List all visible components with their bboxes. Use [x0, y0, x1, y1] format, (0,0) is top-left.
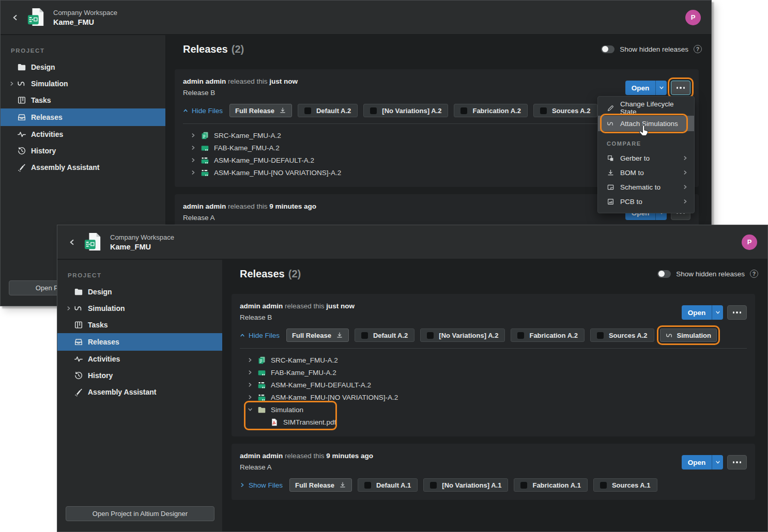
menu-item-pcb-to[interactable]: PCB to	[598, 194, 694, 209]
open-dropdown-button[interactable]	[655, 81, 667, 95]
open-dropdown-button[interactable]	[712, 455, 723, 470]
sidebar-item-history[interactable]: History	[1, 143, 165, 159]
variant-tag-no-variations[interactable]: [No Variations] A.2	[363, 104, 448, 117]
hide-files-link[interactable]: Hide Files	[240, 332, 280, 339]
variant-tag-no-variations[interactable]: [No Variations] A.2	[420, 328, 505, 342]
menu-item-attach-simulations[interactable]: Attach Simulations	[598, 116, 694, 131]
pulse-icon	[74, 354, 83, 364]
show-hidden-toggle[interactable]	[657, 270, 671, 278]
release-name: Release B	[240, 314, 355, 321]
variant-tag-fabrication[interactable]: Fabrication A.2	[511, 328, 584, 342]
sidebar-item-simulation[interactable]: Simulation	[57, 300, 222, 317]
show-files-link[interactable]: Show Files	[240, 481, 283, 489]
sidebar-item-activities[interactable]: Activities	[1, 126, 165, 143]
variant-tag-sources[interactable]: Sources A.2	[590, 328, 654, 342]
sidebar-section-label: PROJECT	[68, 272, 222, 278]
tree-row-asm-default[interactable]: ASM-Kame_FMU-DEFAULT-A.2	[240, 379, 747, 391]
inbox-tray-icon	[74, 337, 83, 347]
sidebar-item-assembly-assistant[interactable]: Assembly Assistant	[57, 384, 222, 400]
sidebar-item-history[interactable]: History	[57, 367, 222, 384]
more-actions-button[interactable]	[671, 81, 690, 95]
release-name: Release A	[240, 463, 373, 471]
menu-item-schematic-to[interactable]: Schematic to	[598, 180, 694, 194]
sidebar-item-design[interactable]: Design	[57, 284, 222, 300]
full-release-button[interactable]: Full Release	[286, 328, 349, 342]
variant-tag-default[interactable]: Default A.2	[355, 328, 414, 342]
pdf-file-icon	[270, 418, 279, 427]
chevron-right-icon[interactable]	[248, 370, 253, 375]
more-actions-button[interactable]	[727, 455, 747, 470]
toggle-knob	[658, 271, 665, 277]
sidebar-item-assembly-assistant[interactable]: Assembly Assistant	[1, 159, 165, 176]
chevron-right-icon[interactable]	[248, 357, 253, 363]
assembly-file-icon	[257, 393, 266, 402]
more-actions-button[interactable]	[727, 305, 747, 320]
open-button[interactable]: Open	[625, 81, 655, 95]
tree-row-asm-novariations[interactable]: ASM-Kame_FMU-[NO VARIATIONS]-A.2	[240, 391, 747, 403]
open-button[interactable]: Open	[682, 305, 712, 320]
release-count: (2)	[232, 43, 244, 55]
user-avatar[interactable]: P	[685, 10, 701, 25]
open-project-button[interactable]: Open Project in Altium Designer	[66, 506, 214, 521]
show-hidden-control: Show hidden releases	[601, 45, 702, 53]
chevron-right-icon[interactable]	[191, 170, 196, 175]
variant-tag-fabrication[interactable]: Fabrication A.1	[514, 478, 587, 492]
sidebar-item-releases[interactable]: Releases	[1, 108, 165, 126]
release-info: admin admin released this just now Relea…	[183, 77, 298, 97]
sidebar-item-tasks[interactable]: Tasks	[57, 317, 222, 333]
release-info: admin admin released this just now Relea…	[240, 302, 355, 321]
sidebar-item-design[interactable]: Design	[1, 59, 165, 75]
divider	[240, 348, 747, 349]
help-icon[interactable]	[750, 270, 758, 278]
download-icon	[336, 332, 343, 339]
menu-item-change-lifecycle-state[interactable]: Change Lifecycle State	[598, 100, 694, 116]
chevron-right-icon[interactable]	[191, 133, 196, 138]
tag-square-icon	[361, 332, 368, 339]
variant-tag-default[interactable]: Default A.2	[298, 104, 358, 117]
tree-row-src[interactable]: SRC-Kame_FMU-A.2	[240, 354, 747, 366]
chevron-up-icon	[183, 108, 188, 113]
chevron-right-icon[interactable]	[248, 395, 253, 400]
chevron-right-icon[interactable]	[248, 382, 253, 387]
chevron-right-icon	[66, 306, 71, 311]
help-icon[interactable]	[694, 45, 702, 53]
header-titles: Company Workspace Kame_FMU	[110, 233, 174, 251]
layers-icon	[607, 154, 615, 162]
user-avatar[interactable]: P	[742, 234, 757, 250]
variant-tag-default[interactable]: Default A.1	[358, 478, 418, 492]
sidebar-item-tasks[interactable]: Tasks	[1, 92, 165, 108]
variant-tag-sources[interactable]: Sources A.1	[593, 478, 657, 492]
tree-row-simtransient-pdf[interactable]: SIMTransient.pdf	[240, 416, 747, 428]
back-button[interactable]	[66, 236, 78, 248]
chevron-right-icon	[240, 482, 245, 488]
history-clock-icon	[17, 146, 26, 155]
sidebar-item-activities[interactable]: Activities	[57, 351, 222, 367]
full-release-button[interactable]: Full Release	[289, 478, 352, 492]
variant-tag-fabrication[interactable]: Fabrication A.2	[454, 104, 527, 117]
soldering-iron-icon	[17, 163, 26, 172]
open-dropdown-button[interactable]	[712, 305, 723, 320]
tree-row-simulation-folder[interactable]: Simulation	[240, 403, 747, 416]
variant-tag-no-variations[interactable]: [No Variations] A.1	[423, 478, 508, 492]
toggle-knob	[602, 46, 608, 52]
chevron-right-icon[interactable]	[191, 158, 196, 163]
sidebar-item-simulation[interactable]: Simulation	[1, 75, 165, 92]
back-button[interactable]	[9, 11, 21, 24]
open-button[interactable]: Open	[682, 455, 712, 470]
kanban-board-icon	[17, 96, 26, 105]
show-hidden-label: Show hidden releases	[620, 45, 688, 53]
full-release-button[interactable]: Full Release	[229, 104, 292, 117]
tree-row-fab[interactable]: FAB-Kame_FMU-A.2	[240, 366, 747, 379]
show-hidden-toggle[interactable]	[601, 45, 615, 53]
menu-item-bom-to[interactable]: BOM to	[598, 165, 694, 180]
variant-tag-sources[interactable]: Sources A.2	[533, 104, 597, 117]
sidebar-item-releases[interactable]: Releases	[57, 333, 222, 351]
simulation-tag-button[interactable]: Simulation	[660, 328, 717, 342]
page-header: Releases (2) Show hidden releases	[183, 41, 702, 57]
hide-files-link[interactable]: Hide Files	[183, 107, 223, 115]
project-name: Kame_FMU	[53, 18, 117, 26]
menu-item-gerber-to[interactable]: Gerber to	[598, 151, 694, 165]
chevron-down-icon[interactable]	[248, 407, 253, 412]
chevron-right-icon[interactable]	[191, 145, 196, 150]
history-clock-icon	[74, 371, 83, 380]
